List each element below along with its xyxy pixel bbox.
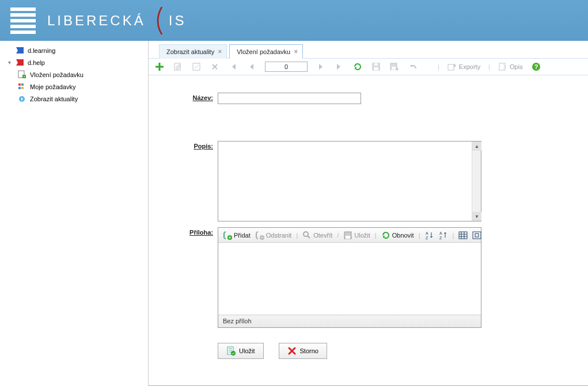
- attach-open-label: Otevřít: [313, 232, 332, 239]
- collapse-icon[interactable]: ▾: [8, 59, 14, 66]
- sidebar-item-label: Moje požadavky: [30, 83, 76, 90]
- brand-text-a: LIBERECKÁ: [47, 13, 146, 29]
- saveas-icon[interactable]: [389, 62, 400, 72]
- save-form-icon: [226, 346, 236, 356]
- separator: |: [438, 63, 439, 70]
- attachment-status: Bez příloh: [218, 315, 481, 327]
- form-buttons: Uložit Storno: [218, 343, 327, 359]
- tab-zobrazit-aktuality[interactable]: Zobrazit aktuality ×: [159, 44, 227, 59]
- attach-add-label: Přidat: [234, 232, 251, 239]
- attach-save-label: Uložit: [354, 232, 370, 239]
- sort-asc-button[interactable]: AZ: [423, 231, 435, 240]
- svg-point-30: [231, 351, 236, 356]
- edit-icon[interactable]: [173, 62, 183, 72]
- view-list-button[interactable]: [457, 231, 469, 240]
- brand-text-b: IS: [169, 13, 187, 29]
- separator: |: [418, 232, 422, 239]
- add-icon[interactable]: [154, 62, 165, 72]
- separator: /: [336, 232, 340, 239]
- separator: |: [451, 232, 455, 239]
- content-area: Zobrazit aktuality × Vložení požadavku ×…: [149, 41, 588, 386]
- scrollbar[interactable]: ▲ ▼: [472, 142, 481, 221]
- attach-remove-button[interactable]: Odstranit: [254, 231, 293, 240]
- brand-text: LIBERECKÁ IS: [47, 7, 186, 35]
- cancel-button-label: Storno: [300, 347, 318, 354]
- next-icon[interactable]: [316, 62, 326, 72]
- svg-rect-13: [448, 64, 454, 70]
- svg-rect-3: [21, 83, 24, 86]
- save-icon[interactable]: [371, 62, 381, 72]
- attachment-panel: Přidat Odstranit | Otevřít: [218, 227, 481, 328]
- priloha-label: Příloha:: [160, 227, 218, 236]
- svg-rect-2: [18, 83, 21, 86]
- sidebar-item-aktuality[interactable]: Zobrazit aktuality: [0, 93, 148, 105]
- attach-save-button[interactable]: Uložit: [342, 231, 371, 240]
- svg-rect-4: [18, 87, 21, 89]
- svg-rect-21: [346, 236, 350, 239]
- tab-close-icon[interactable]: ×: [218, 48, 222, 56]
- refresh-icon: [381, 231, 390, 240]
- scroll-down-icon[interactable]: ▼: [472, 212, 481, 221]
- svg-point-19: [304, 232, 308, 236]
- sort-desc-button[interactable]: AZ: [437, 231, 449, 240]
- attach-refresh-button[interactable]: Obnovit: [380, 231, 415, 240]
- svg-rect-5: [21, 87, 24, 89]
- list-icon: [17, 82, 27, 91]
- separator: |: [374, 232, 378, 239]
- popis-textarea[interactable]: ▲ ▼: [218, 141, 481, 221]
- logo-icon: [10, 7, 36, 34]
- cancel-button[interactable]: Storno: [279, 343, 327, 359]
- save-button[interactable]: Uložit: [218, 343, 264, 359]
- separator: |: [295, 232, 299, 239]
- popis-label: Popis:: [160, 141, 218, 150]
- sidebar-item-moje[interactable]: Moje požadavky: [0, 81, 148, 93]
- scroll-up-icon[interactable]: ▲: [472, 142, 481, 151]
- sidebar-item-vlozeni[interactable]: Vložení požadavku: [0, 68, 148, 81]
- first-icon[interactable]: [228, 62, 238, 72]
- app-header: LIBERECKÁ IS: [0, 0, 588, 41]
- sidebar-item-dhelp[interactable]: ▾ d.help: [0, 56, 148, 68]
- edit2-icon[interactable]: [191, 62, 202, 72]
- refresh-icon[interactable]: [352, 62, 363, 72]
- tab-close-icon[interactable]: ×: [294, 48, 298, 56]
- module-icon: [15, 46, 25, 55]
- attachment-list[interactable]: [218, 243, 481, 315]
- tab-vlozeni-pozadavku[interactable]: Vložení požadavku ×: [229, 44, 303, 59]
- help-icon[interactable]: ?: [531, 62, 541, 72]
- svg-text:A: A: [426, 231, 428, 235]
- svg-text:Z: Z: [439, 236, 442, 240]
- svg-rect-28: [475, 234, 479, 237]
- prev-icon[interactable]: [246, 62, 257, 72]
- sidebar-item-label: d.learning: [28, 47, 55, 54]
- delete-icon[interactable]: [210, 62, 220, 72]
- attach-remove-label: Odstranit: [266, 232, 292, 239]
- main-toolbar: 0 | Exporty |: [149, 58, 588, 75]
- nazev-input[interactable]: [218, 93, 361, 104]
- svg-text:?: ?: [534, 63, 538, 70]
- opis-icon: [498, 62, 507, 71]
- view-grid-icon: [472, 231, 481, 240]
- svg-rect-26: [459, 232, 467, 239]
- tab-label: Zobrazit aktuality: [166, 48, 214, 55]
- sort-asc-icon: AZ: [424, 231, 434, 240]
- view-grid-button[interactable]: [471, 231, 483, 240]
- sidebar-item-label: d.help: [28, 59, 45, 66]
- sidebar-item-label: Zobrazit aktuality: [30, 95, 78, 102]
- svg-rect-12: [392, 67, 396, 70]
- record-counter[interactable]: 0: [265, 62, 308, 72]
- attach-open-button[interactable]: Otevřít: [301, 231, 333, 240]
- exporty-label: Exporty: [459, 63, 480, 70]
- exporty-button[interactable]: Exporty: [447, 62, 480, 71]
- tab-label: Vložení požadavku: [237, 48, 290, 55]
- attach-remove-icon: [255, 231, 264, 240]
- sidebar-item-dlearning[interactable]: d.learning: [0, 44, 148, 56]
- sort-desc-icon: AZ: [438, 231, 447, 240]
- attach-add-button[interactable]: Přidat: [222, 231, 252, 240]
- brand-swoosh-icon: [148, 7, 166, 35]
- form-add-icon: [17, 70, 27, 79]
- last-icon[interactable]: [334, 62, 344, 72]
- save-icon: [343, 231, 352, 240]
- undo-icon[interactable]: [408, 62, 418, 72]
- opis-button[interactable]: Opis: [498, 62, 523, 71]
- module-icon: [15, 58, 25, 67]
